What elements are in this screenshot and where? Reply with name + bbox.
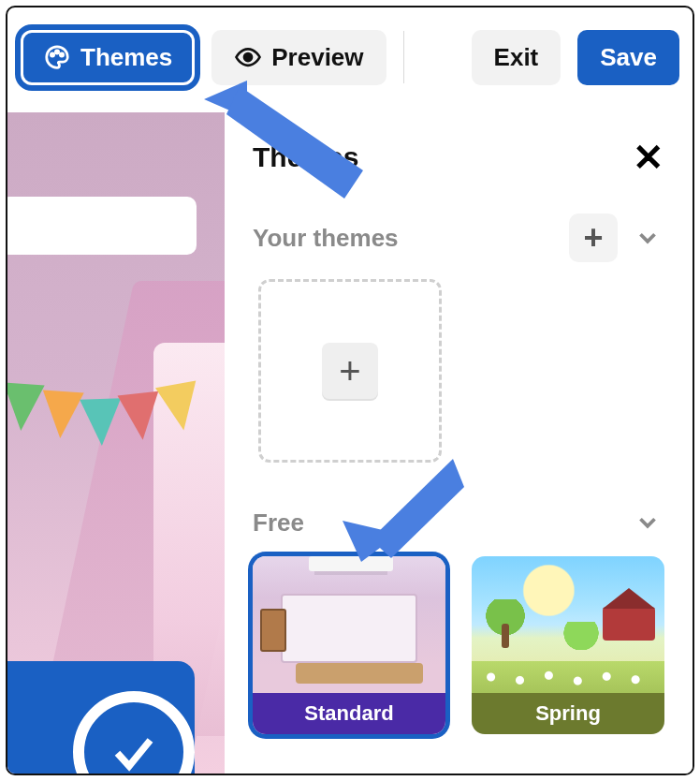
svg-point-0 bbox=[51, 53, 53, 56]
collapse-your-themes-button[interactable] bbox=[631, 221, 664, 255]
your-themes-section-header: Your themes + bbox=[253, 214, 664, 262]
check-icon bbox=[106, 724, 162, 774]
themes-button-label: Themes bbox=[80, 43, 172, 72]
new-theme-slot[interactable]: + bbox=[258, 279, 442, 463]
plus-icon: + bbox=[339, 350, 360, 392]
theme-preview-scene bbox=[7, 112, 225, 774]
svg-point-3 bbox=[244, 53, 252, 61]
scene-bunting bbox=[7, 384, 217, 440]
free-section-header: Free bbox=[253, 506, 664, 539]
svg-point-1 bbox=[55, 51, 58, 53]
chevron-down-icon bbox=[634, 508, 662, 537]
panel-title: Themes bbox=[253, 141, 358, 173]
save-button[interactable]: Save bbox=[577, 30, 679, 85]
collapse-free-button[interactable] bbox=[631, 506, 664, 539]
theme-thumbnail bbox=[472, 556, 664, 693]
chevron-down-icon bbox=[634, 224, 662, 252]
toolbar-divider bbox=[403, 31, 404, 83]
svg-point-2 bbox=[60, 53, 63, 56]
theme-card-standard[interactable]: Standard bbox=[253, 556, 445, 734]
palette-icon bbox=[43, 43, 71, 71]
scene-whiteboard bbox=[7, 197, 197, 255]
free-themes-row: Standard Spring bbox=[253, 556, 664, 734]
preview-button[interactable]: Preview bbox=[211, 30, 386, 85]
themes-button[interactable]: Themes bbox=[21, 30, 195, 85]
new-theme-plus-button[interactable]: + bbox=[322, 343, 378, 399]
app-frame: Themes Preview Exit Save bbox=[6, 6, 694, 775]
plus-icon: + bbox=[583, 218, 603, 258]
eye-icon bbox=[234, 43, 262, 71]
free-section-label: Free bbox=[253, 508, 304, 538]
exit-button-label: Exit bbox=[494, 43, 539, 72]
toolbar: Themes Preview Exit Save bbox=[21, 19, 679, 96]
theme-card-label: Standard bbox=[253, 693, 445, 734]
add-theme-button[interactable]: + bbox=[569, 214, 618, 262]
panel-header: Themes ✕ bbox=[253, 139, 664, 176]
preview-button-label: Preview bbox=[271, 43, 363, 72]
theme-thumbnail bbox=[253, 556, 445, 693]
save-button-label: Save bbox=[600, 43, 657, 72]
your-themes-label: Your themes bbox=[253, 224, 399, 253]
themes-panel: Themes ✕ Your themes + + Free bbox=[225, 112, 693, 774]
close-panel-button[interactable]: ✕ bbox=[633, 139, 664, 176]
theme-card-spring[interactable]: Spring bbox=[472, 556, 664, 734]
theme-card-label: Spring bbox=[472, 693, 664, 734]
exit-button[interactable]: Exit bbox=[472, 30, 561, 85]
close-icon: ✕ bbox=[633, 137, 664, 178]
